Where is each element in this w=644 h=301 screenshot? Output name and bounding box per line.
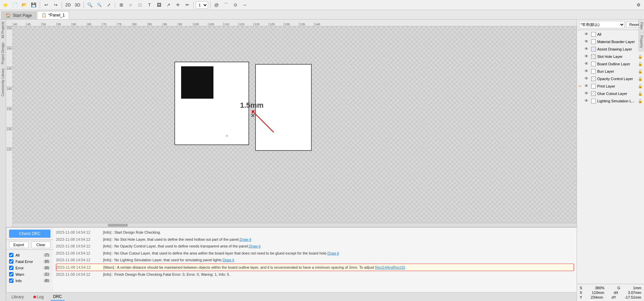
toolbar-at[interactable]: @ — [212, 1, 221, 9]
log-content[interactable]: 2023-11-08 14:54:12[Info] : Start Design… — [53, 228, 577, 292]
layer-row-3[interactable]: 👁Slot Hole Layer🔓 — [577, 53, 644, 60]
toolbar-grid[interactable]: ⊞ — [117, 1, 125, 9]
toolbar-open[interactable]: 📂 — [20, 1, 28, 9]
filter-checkbox-All[interactable] — [9, 253, 13, 257]
layer-lock-6[interactable]: 🔓 — [638, 77, 643, 81]
layer-preset-select[interactable]: *常用(默认) — [579, 21, 625, 28]
layer-row-8[interactable]: 👁Glue Cutout Layer🔓 — [577, 90, 644, 97]
toolbar-pen[interactable]: ✏ — [183, 1, 191, 9]
toolbar-undo[interactable]: ↩ — [42, 1, 50, 9]
log-msg-2: [Info] : No Opacity Control Layer, that … — [103, 243, 574, 249]
log-msg-4: [Info] : No Lighting Simulation Layer, t… — [103, 257, 574, 263]
property-label[interactable]: Property — [639, 33, 644, 51]
log-time-0: 2023-11-08 14:54:12 — [56, 230, 103, 235]
filter-count-4: (6) — [43, 279, 50, 282]
toolbar-image[interactable]: 🖼 — [155, 1, 163, 9]
toolbar-zoom-out[interactable]: 🔍 — [95, 1, 103, 9]
toolbar-2d[interactable]: 2D — [64, 1, 72, 9]
layer-eye-5[interactable]: 👁 — [584, 69, 590, 74]
h-scrollbar[interactable] — [13, 223, 577, 227]
layer-lock-4[interactable]: 🔓 — [638, 62, 643, 66]
toolbar-star[interactable]: ⭐ — [1, 1, 9, 9]
layer-eye-7[interactable]: 👁 — [584, 83, 590, 89]
ruler-top-mark-135: 135 — [299, 23, 314, 26]
toolbar-redo[interactable]: ↪ — [52, 1, 60, 9]
layer-lock-3[interactable]: 🔓 — [638, 55, 643, 59]
layer-eye-0[interactable]: 👁 — [584, 32, 590, 37]
layer-lock-7[interactable]: 🔓 — [638, 84, 643, 89]
toolbar-settings[interactable]: ⚙ — [635, 1, 643, 9]
layer-eye-1[interactable]: 👁 — [584, 39, 590, 44]
canvas-wrapper: 255250245240235230225 ✕ 1.5mm — [6, 26, 577, 227]
toolbar-rect[interactable]: □ — [136, 1, 144, 9]
log-link-4[interactable]: Draw it — [223, 258, 234, 262]
toolbar-fit[interactable]: ⤢ — [105, 1, 113, 9]
tab-drc[interactable]: DRC — [50, 293, 65, 301]
toolbar-arrow[interactable]: ↗ — [164, 1, 172, 9]
filter-checkbox-Warn[interactable] — [9, 272, 13, 276]
layer-row-6[interactable]: 👁Opacity Control Layer🔓 — [577, 75, 644, 82]
sidebar-project-design[interactable]: Project Design — [0, 40, 5, 66]
filter-checkbox-Fatal Error[interactable] — [9, 259, 13, 264]
filter-row-0: All(7) — [8, 252, 52, 258]
filter-checkbox-Error[interactable] — [9, 266, 13, 270]
layer-lock-9[interactable]: 🔓 — [638, 99, 643, 103]
dx-value: 3.07mm — [628, 291, 641, 295]
layer-eye-8[interactable]: 👁 — [584, 91, 590, 96]
log-time-4: 2023-11-08 14:54:12 — [56, 257, 103, 263]
toolbar-save[interactable]: 💾 — [30, 1, 38, 9]
layer-swatch-4 — [591, 62, 596, 66]
toolbar-snap[interactable]: ⊙ — [231, 1, 239, 9]
toolbar-cross[interactable]: ✛ — [174, 1, 182, 9]
ruler-top-mark-75: 75 — [117, 23, 132, 26]
filter-row-2: Error(0) — [8, 265, 52, 271]
tab-log[interactable]: Log — [31, 294, 46, 300]
toolbar-3d[interactable]: 3D — [73, 1, 81, 9]
layer-eye-9[interactable]: 👁 — [584, 98, 590, 104]
sep2 — [62, 2, 62, 8]
right-status: S 380% G 1mm X 110mm dX 3.07mm Y 234mm d… — [577, 284, 644, 301]
layer-row-0[interactable]: 👁All🔓 — [577, 31, 644, 38]
log-link-3[interactable]: Draw it — [328, 251, 339, 255]
h-scroll-thumb[interactable] — [108, 224, 128, 227]
layer-row-7[interactable]: ✏👁Print Layer🔓 — [577, 82, 644, 90]
filter-label[interactable]: Filter — [639, 20, 644, 33]
log-link-5[interactable]: Rect14AndRect15 — [375, 265, 405, 269]
filter-count-3: (1) — [43, 272, 50, 276]
toolbar-curve[interactable]: ⌒ — [222, 1, 230, 9]
tab-panel1[interactable]: 📋 *Panel_1 — [37, 11, 69, 19]
sep1 — [40, 2, 40, 8]
tab-library[interactable]: Library — [9, 294, 27, 300]
layer-row-5[interactable]: 👁Bun Layer🔓 — [577, 68, 644, 75]
ruler-left-mark-255: 255 — [6, 26, 12, 46]
ruler-left-mark-245: 245 — [6, 67, 12, 87]
toolbar-zoom-in[interactable]: 🔍 — [86, 1, 94, 9]
layer-eye-4[interactable]: 👁 — [584, 61, 590, 67]
sidebar-all-projects[interactable]: All Projects — [0, 20, 5, 40]
layer-row-1[interactable]: 👁Material Boarder Layer🔓 — [577, 38, 644, 45]
layer-row-2[interactable]: 👁Assist Drawing Layer🔓 — [577, 45, 644, 53]
layer-eye-2[interactable]: 👁 — [584, 46, 590, 52]
layer-eye-6[interactable]: 👁 — [584, 76, 590, 81]
layer-row-9[interactable]: 👁Lighting Simulation L...🔓 — [577, 97, 644, 105]
toolbar-number-select[interactable]: 1 — [196, 1, 208, 9]
layer-lock-5[interactable]: 🔓 — [638, 69, 643, 74]
export-button[interactable]: Export — [9, 241, 29, 248]
toolbar-new[interactable]: 📄 — [11, 1, 19, 9]
filter-checkbox-Info[interactable] — [9, 278, 13, 283]
toolbar-circle[interactable]: ○ — [127, 1, 135, 9]
tab-start-page[interactable]: 🏠 Start Page — [1, 11, 36, 19]
sidebar-common-library[interactable]: Commonily Library — [0, 66, 5, 98]
layer-lock-8[interactable]: 🔓 — [638, 92, 643, 96]
layer-row-4[interactable]: 👁Board Outline Layer🔓 — [577, 60, 644, 68]
log-row-3: 2023-11-08 14:54:12[Info] : No Glue Cuto… — [56, 250, 574, 257]
canvas[interactable]: ✕ 1.5mm ✕ — [13, 26, 577, 227]
toolbar-measure[interactable]: ↔ — [241, 1, 249, 9]
log-link-2[interactable]: Draw it — [249, 244, 261, 248]
log-link-1[interactable]: Draw it — [240, 237, 251, 241]
filter-label-3: Warn — [15, 272, 24, 276]
layer-eye-3[interactable]: 👁 — [584, 54, 590, 59]
clear-button[interactable]: Clear — [31, 241, 51, 248]
check-drc-button[interactable]: Check DRC — [9, 230, 50, 238]
toolbar-text[interactable]: T — [145, 1, 154, 9]
